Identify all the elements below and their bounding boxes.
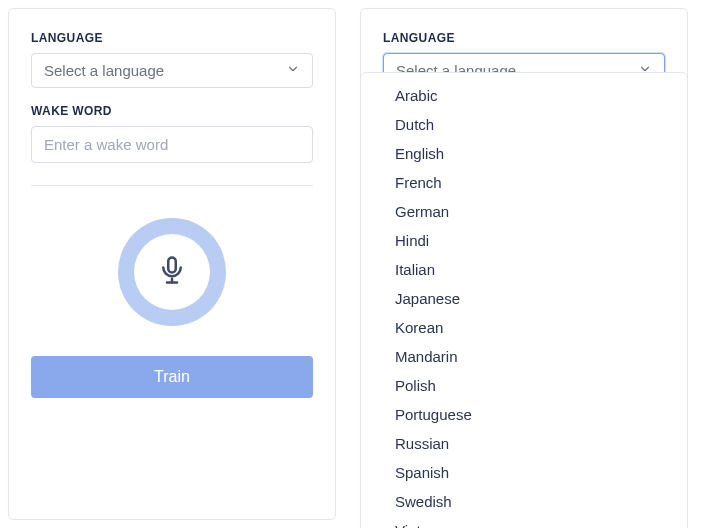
language-option[interactable]: Polish: [361, 371, 687, 400]
language-option[interactable]: Swedish: [361, 487, 687, 516]
wakeword-label: WAKE WORD: [31, 104, 313, 118]
language-option[interactable]: Russian: [361, 429, 687, 458]
form-card-closed: LANGUAGE Select a language WAKE WORD: [8, 8, 336, 520]
language-option[interactable]: German: [361, 197, 687, 226]
language-option[interactable]: Mandarin: [361, 342, 687, 371]
language-option[interactable]: Spanish: [361, 458, 687, 487]
svg-rect-0: [168, 258, 176, 273]
language-select[interactable]: Select a language: [31, 53, 313, 88]
language-option[interactable]: Dutch: [361, 110, 687, 139]
language-option[interactable]: Arabic: [361, 81, 687, 110]
mic-ring[interactable]: [118, 218, 226, 326]
language-option[interactable]: Japanese: [361, 284, 687, 313]
train-button[interactable]: Train: [31, 356, 313, 398]
language-label: LANGUAGE: [31, 31, 313, 45]
chevron-down-icon: [286, 62, 300, 79]
language-dropdown[interactable]: ArabicDutchEnglishFrenchGermanHindiItali…: [360, 72, 688, 528]
language-option[interactable]: Korean: [361, 313, 687, 342]
microphone-icon: [157, 255, 187, 289]
divider: [31, 185, 313, 186]
language-option[interactable]: Italian: [361, 255, 687, 284]
language-option[interactable]: Hindi: [361, 226, 687, 255]
language-option[interactable]: Portuguese: [361, 400, 687, 429]
language-select-value: Select a language: [44, 62, 164, 79]
language-option[interactable]: Vietnamese: [361, 516, 687, 528]
language-option[interactable]: French: [361, 168, 687, 197]
language-label: LANGUAGE: [383, 31, 665, 45]
mic-inner: [134, 234, 210, 310]
language-option[interactable]: English: [361, 139, 687, 168]
mic-area: [31, 208, 313, 356]
wakeword-input[interactable]: [31, 126, 313, 163]
